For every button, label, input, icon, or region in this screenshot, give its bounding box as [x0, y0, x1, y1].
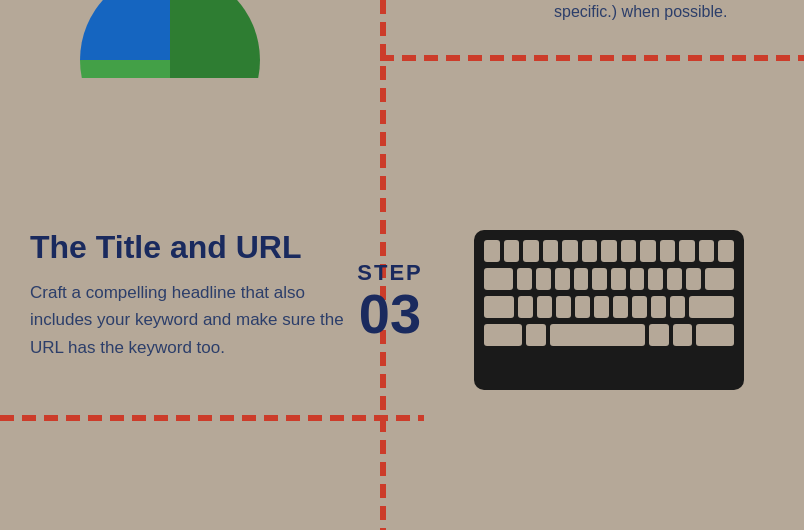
key — [679, 240, 695, 262]
key — [689, 296, 734, 318]
key — [526, 324, 545, 346]
key — [696, 324, 734, 346]
keyboard-row-2 — [484, 268, 734, 290]
spacebar-key — [550, 324, 646, 346]
key — [556, 296, 571, 318]
key — [484, 296, 514, 318]
key — [518, 296, 533, 318]
key — [718, 240, 734, 262]
keyboard-body — [474, 230, 744, 390]
key — [686, 268, 701, 290]
step-container: STEP 03 — [340, 260, 440, 342]
key — [484, 240, 500, 262]
key — [667, 268, 682, 290]
key — [630, 268, 645, 290]
keyboard-illustration — [474, 230, 744, 400]
key — [611, 268, 626, 290]
key — [555, 268, 570, 290]
horizontal-dashed-bottom — [0, 415, 424, 421]
key — [660, 240, 676, 262]
key — [640, 240, 656, 262]
key — [484, 268, 513, 290]
key — [582, 240, 598, 262]
keyboard-row-4 — [484, 324, 734, 346]
key — [699, 240, 715, 262]
keyboard-row-1 — [484, 240, 734, 262]
key — [543, 240, 559, 262]
key — [651, 296, 666, 318]
key — [649, 324, 668, 346]
key — [537, 296, 552, 318]
key — [673, 324, 692, 346]
decorative-circle — [80, 0, 260, 150]
keyboard-row-3 — [484, 296, 734, 318]
key — [632, 296, 647, 318]
key — [670, 296, 685, 318]
key — [484, 324, 522, 346]
step-number: 03 — [359, 282, 421, 345]
key — [601, 240, 617, 262]
horizontal-dashed-top — [380, 55, 804, 61]
left-content-section: The Title and URL Craft a compelling hea… — [30, 230, 360, 361]
key — [575, 296, 590, 318]
main-container: specific.) when possible. The Title and … — [0, 0, 804, 530]
section-title: The Title and URL — [30, 230, 360, 265]
key — [562, 240, 578, 262]
key — [594, 296, 609, 318]
key — [523, 240, 539, 262]
key — [536, 268, 551, 290]
key — [517, 268, 532, 290]
key — [613, 296, 628, 318]
key — [705, 268, 734, 290]
top-right-text: specific.) when possible. — [554, 0, 774, 24]
key — [592, 268, 607, 290]
section-body: Craft a compelling headline that also in… — [30, 279, 360, 361]
key — [648, 268, 663, 290]
key — [574, 268, 589, 290]
key — [621, 240, 637, 262]
key — [504, 240, 520, 262]
